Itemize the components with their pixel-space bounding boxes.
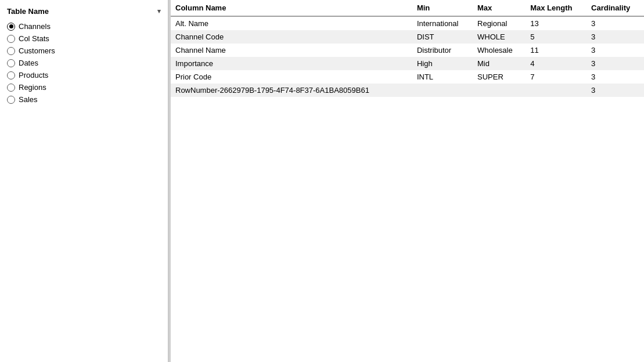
cell-max (473, 84, 526, 97)
cell-column_name: Alt. Name (171, 16, 412, 30)
table-body: Alt. NameInternationalRegional133Channel… (171, 16, 644, 97)
main-content: Column NameMinMaxMax LengthCardinality A… (171, 0, 644, 362)
cell-cardinality: 3 (587, 16, 644, 30)
sidebar-item-sales[interactable]: Sales (0, 93, 168, 106)
cell-min: Distributor (412, 44, 473, 57)
cell-cardinality: 3 (587, 84, 644, 97)
sidebar-item-label: Col Stats (19, 34, 49, 43)
cell-max_length (526, 84, 587, 97)
table-row[interactable]: Channel NameDistributorWholesale113 (171, 44, 644, 57)
cell-column_name: Prior Code (171, 70, 412, 84)
header-max_length[interactable]: Max Length (526, 0, 587, 16)
cell-column_name: Channel Name (171, 44, 412, 57)
cell-max: Regional (473, 16, 526, 30)
cell-cardinality: 3 (587, 44, 644, 57)
sidebar-item-regions[interactable]: Regions (0, 81, 168, 93)
cell-column_name: RowNumber-2662979B-1795-4F74-8F37-6A1BA8… (171, 84, 412, 97)
cell-min: INTL (412, 70, 473, 84)
cell-column_name: Importance (171, 57, 412, 70)
sidebar-item-label: Regions (19, 83, 46, 92)
sidebar-items-list: ChannelsCol StatsCustomersDatesProductsR… (0, 20, 168, 106)
sidebar-item-label: Channels (19, 22, 51, 31)
data-table: Column NameMinMaxMax LengthCardinality A… (171, 0, 644, 97)
table-name-label: Table Name (7, 7, 49, 16)
sidebar: Table Name ▾ ChannelsCol StatsCustomersD… (0, 0, 168, 362)
sidebar-item-label: Dates (19, 59, 38, 67)
cell-max: SUPER (473, 70, 526, 84)
sidebar-header: Table Name ▾ (0, 5, 168, 20)
sidebar-item-customers[interactable]: Customers (0, 45, 168, 57)
table-row[interactable]: Prior CodeINTLSUPER73 (171, 70, 644, 84)
cell-column_name: Channel Code (171, 30, 412, 44)
cell-max_length: 4 (526, 57, 587, 70)
cell-min: DIST (412, 30, 473, 44)
cell-min (412, 84, 473, 97)
chevron-down-icon[interactable]: ▾ (157, 8, 161, 15)
table-row[interactable]: Alt. NameInternationalRegional133 (171, 16, 644, 30)
header-cardinality[interactable]: Cardinality (587, 0, 644, 16)
radio-button[interactable] (7, 23, 15, 31)
cell-min: International (412, 16, 473, 30)
cell-max_length: 13 (526, 16, 587, 30)
cell-max: WHOLE (473, 30, 526, 44)
sidebar-item-label: Sales (19, 95, 38, 104)
cell-max: Mid (473, 57, 526, 70)
cell-max_length: 7 (526, 70, 587, 84)
radio-button[interactable] (7, 35, 15, 43)
sidebar-item-label: Customers (19, 46, 55, 55)
sidebar-item-label: Products (19, 71, 48, 79)
cell-min: High (412, 57, 473, 70)
cell-max_length: 5 (526, 30, 587, 44)
header-column_name[interactable]: Column Name (171, 0, 412, 16)
cell-cardinality: 3 (587, 30, 644, 44)
cell-max_length: 11 (526, 44, 587, 57)
table-row[interactable]: ImportanceHighMid43 (171, 57, 644, 70)
radio-button[interactable] (7, 59, 15, 67)
sidebar-item-dates[interactable]: Dates (0, 57, 168, 69)
radio-button[interactable] (7, 84, 15, 92)
radio-button[interactable] (7, 47, 15, 55)
table-row[interactable]: Channel CodeDISTWHOLE53 (171, 30, 644, 44)
radio-button[interactable] (7, 96, 15, 104)
cell-cardinality: 3 (587, 57, 644, 70)
cell-cardinality: 3 (587, 70, 644, 84)
radio-button[interactable] (7, 71, 15, 79)
sidebar-item-col-stats[interactable]: Col Stats (0, 32, 168, 45)
cell-max: Wholesale (473, 44, 526, 57)
table-row[interactable]: RowNumber-2662979B-1795-4F74-8F37-6A1BA8… (171, 84, 644, 97)
header-max[interactable]: Max (473, 0, 526, 16)
header-min[interactable]: Min (412, 0, 473, 16)
sidebar-item-channels[interactable]: Channels (0, 20, 168, 32)
table-header-row: Column NameMinMaxMax LengthCardinality (171, 0, 644, 16)
sidebar-item-products[interactable]: Products (0, 69, 168, 81)
